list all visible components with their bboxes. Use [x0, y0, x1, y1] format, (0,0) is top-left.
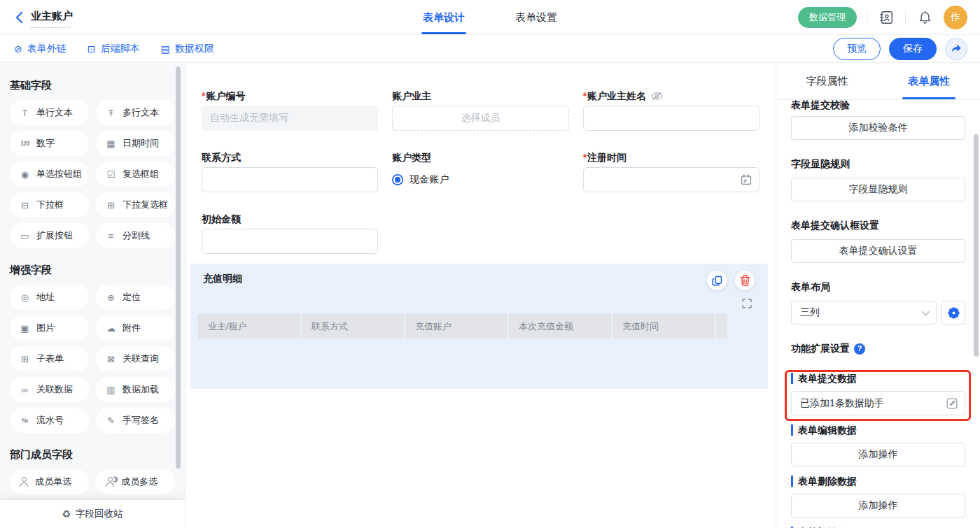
field-type-数字[interactable]: 123数字	[10, 131, 89, 156]
field-type-子表单[interactable]: ⊞子表单	[10, 346, 89, 371]
toolbar-link[interactable]: ▤数据权限	[160, 43, 214, 55]
contacts-book-icon[interactable]	[877, 8, 895, 27]
topbar-tab-2[interactable]: 表单设置	[515, 0, 557, 35]
field-type-图片[interactable]: ▣图片	[10, 315, 89, 341]
field-register-time[interactable]: *注册时间	[583, 151, 760, 192]
field-type-关联数据[interactable]: ∞关联数据	[10, 377, 89, 402]
field-type-定位[interactable]: ⊕定位	[96, 285, 175, 310]
field-type-下拉复选框[interactable]: ⊞下拉复选框	[96, 192, 175, 217]
panel-action-button[interactable]: 字段显隐规则	[791, 178, 965, 201]
panel-section: 表单布局三列	[791, 280, 965, 324]
field-type-下拉框[interactable]: ⊟下拉框	[10, 192, 89, 217]
form-title[interactable]: 业主账户	[31, 10, 73, 25]
select-member-input[interactable]: 选择成员	[392, 106, 568, 131]
topbar-tab-1[interactable]: 表单设计	[423, 0, 465, 35]
panel-section-label-text: 表单提交校验	[791, 100, 850, 110]
field-type-单选按钮组[interactable]: ◉单选按钮组	[10, 162, 89, 187]
back-icon[interactable]	[11, 10, 27, 25]
field-account-owner[interactable]: 账户业主 选择成员	[392, 90, 568, 131]
panel-action-button[interactable]: 添加操作	[791, 443, 965, 466]
backend-script-label: 后端脚本	[100, 43, 139, 55]
panel-action-button[interactable]: 添加操作	[791, 494, 965, 518]
panel-tab-1[interactable]: 字段属性	[776, 63, 878, 99]
topbar-right: 数据管理 作	[798, 6, 980, 29]
account-number-input[interactable]: 自动生成无需填写	[202, 106, 378, 131]
field-type-流水号[interactable]: №流水号	[10, 408, 89, 433]
location-icon: ⊕	[105, 293, 117, 302]
form-design-canvas: *账户编号 自动生成无需填写 账户业主 选择成员 * 账户业主姓名	[186, 63, 776, 528]
data-manage-button[interactable]: 数据管理	[798, 7, 857, 28]
save-button[interactable]: 保存	[889, 38, 937, 60]
calendar-icon	[741, 174, 752, 185]
field-type-label: 扩展按钮	[36, 229, 73, 242]
field-type-手写签名[interactable]: ✎手写签名	[96, 408, 175, 433]
panel-section: 表单提交数据已添加1条数据助手	[791, 373, 965, 415]
member-multi-icon	[105, 477, 115, 487]
datetime-icon: ▦	[105, 139, 117, 148]
panel-tab-2[interactable]: 表单属性	[878, 63, 980, 99]
field-account-type[interactable]: 账户类型 现金账户	[392, 151, 568, 192]
owner-name-input[interactable]	[583, 106, 760, 131]
address-icon: ◎	[19, 293, 31, 302]
field-type-label: 数字	[36, 137, 55, 150]
form-layout-select[interactable]: 三列	[791, 301, 937, 324]
panel-action-button[interactable]: 表单提交确认设置	[791, 239, 965, 263]
subform-recharge-detail[interactable]: 充值明细 业主/租户联系方式充值账户本次充值金额充值时间	[190, 264, 768, 389]
field-contact[interactable]: 联系方式	[202, 151, 378, 192]
field-type-多行文本[interactable]: Ŧ多行文本	[96, 100, 175, 125]
field-label: 账户类型	[392, 151, 431, 164]
expand-subform-icon[interactable]	[742, 299, 752, 308]
sidebar-section-title: 部门成员字段	[10, 448, 175, 462]
edit-pencil-icon[interactable]	[946, 398, 958, 409]
contact-input[interactable]	[202, 167, 378, 192]
data-assistant-input[interactable]: 已添加1条数据助手	[791, 391, 965, 415]
panel-scrollbar[interactable]	[974, 134, 979, 357]
single-text-icon: T	[19, 108, 31, 117]
field-type-单行文本[interactable]: T单行文本	[10, 100, 89, 125]
recycle-label: 字段回收站	[76, 508, 123, 520]
toolbar-actions: 预览 保存	[833, 38, 980, 60]
sidebar-scrollbar[interactable]	[176, 66, 181, 469]
radio-option-label[interactable]: 现金账户	[410, 173, 449, 186]
field-type-日期时间[interactable]: ▦日期时间	[96, 131, 175, 156]
field-type-地址[interactable]: ◎地址	[10, 285, 89, 310]
field-label: 账户业主姓名	[587, 90, 646, 102]
toolbar-link[interactable]: ⊡后端脚本	[88, 43, 140, 55]
preview-button[interactable]: 预览	[833, 38, 881, 60]
field-owner-name[interactable]: * 账户业主姓名	[583, 90, 760, 131]
delete-field-button[interactable]	[735, 271, 755, 290]
panel-section-label: 字段显隐规则	[791, 157, 965, 171]
initial-amount-input[interactable]	[202, 229, 378, 254]
toolbar-link[interactable]: ⊘表单外链	[14, 43, 66, 55]
field-type-成员多选[interactable]: 成员多选	[96, 469, 175, 494]
external-link-icon: ⊘	[14, 44, 22, 54]
field-type-扩展按钮[interactable]: ▭扩展按钮	[10, 223, 89, 248]
user-avatar[interactable]: 作	[944, 6, 967, 29]
field-type-label: 复选框组	[122, 168, 159, 180]
notification-bell-icon[interactable]	[916, 8, 934, 27]
required-asterisk: *	[583, 151, 587, 164]
layout-settings-gear-button[interactable]	[941, 301, 965, 324]
field-type-grid: ◎地址⊕定位▣图片☁附件⊞子表单⊠关联查询∞关联数据▥数据加载№流水号✎手写签名	[10, 285, 175, 433]
field-initial-amount[interactable]: 初始金额	[202, 213, 378, 254]
copy-field-button[interactable]	[707, 271, 727, 290]
field-type-附件[interactable]: ☁附件	[96, 315, 175, 341]
radio-selected-icon[interactable]	[392, 174, 403, 185]
divider-icon: ≡	[105, 231, 117, 241]
help-icon[interactable]: ?	[854, 343, 865, 355]
field-type-成员单选[interactable]: 成员单选	[10, 469, 89, 494]
share-button[interactable]	[945, 38, 967, 60]
panel-action-button[interactable]: 添加校验条件	[791, 116, 965, 140]
input-value: 已添加1条数据助手	[800, 397, 884, 410]
panel-section-label-text: 表单提交数据	[798, 373, 857, 384]
panel-section-label: 功能扩展设置?	[791, 342, 965, 355]
field-type-关联查询[interactable]: ⊠关联查询	[96, 346, 175, 371]
field-type-数据加载[interactable]: ▥数据加载	[96, 377, 175, 402]
register-time-input[interactable]	[583, 167, 760, 192]
field-type-复选框组[interactable]: ☑复选框组	[96, 162, 175, 187]
field-recycle-bin-button[interactable]: ♻ 字段回收站	[0, 500, 185, 528]
panel-section: 表单编辑数据添加操作	[791, 424, 965, 466]
field-account-number[interactable]: *账户编号 自动生成无需填写	[202, 90, 378, 131]
field-type-分割线[interactable]: ≡分割线	[96, 223, 175, 248]
subform-column-header: 联系方式	[302, 314, 404, 338]
